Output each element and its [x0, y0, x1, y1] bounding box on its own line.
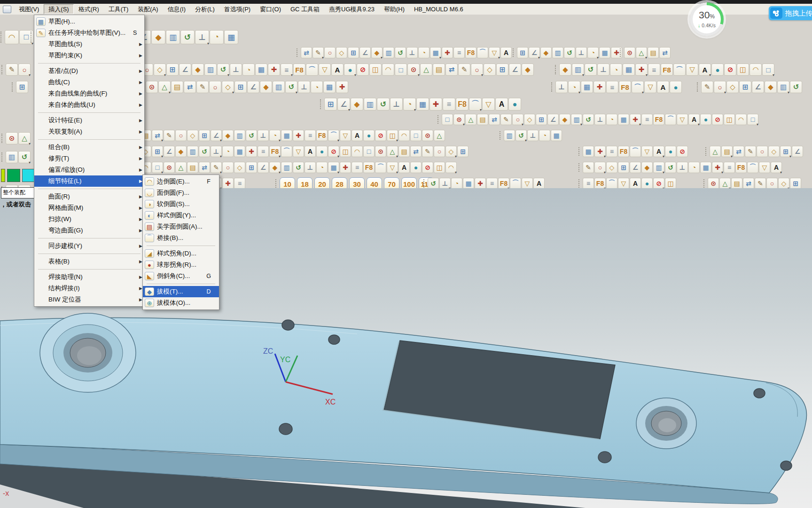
tool-icon[interactable]: ⇄ [184, 81, 196, 93]
tool-icon[interactable]: ⊞ [457, 146, 468, 157]
tool-icon[interactable]: ✚ [593, 81, 606, 93]
dropdown-caret-icon[interactable]: ▾ [639, 122, 641, 127]
menu-item[interactable]: 草图约束(K)▶ [34, 50, 144, 61]
tool-icon[interactable]: A [331, 64, 344, 76]
menubar-item[interactable]: 插入(S) [44, 4, 73, 14]
tool-icon[interactable]: ✎▾ [211, 162, 222, 173]
tool-icon[interactable]: ◆ [641, 162, 653, 173]
tool-icon[interactable]: ▤ [477, 114, 488, 125]
dropdown-caret-icon[interactable]: ▾ [232, 90, 234, 95]
tool-icon[interactable]: ◔ [610, 64, 622, 76]
tool-icon[interactable]: □▾ [762, 64, 774, 76]
tool-icon[interactable]: ∠▾ [529, 47, 540, 58]
dropdown-caret-icon[interactable]: ▾ [396, 170, 398, 175]
tool-icon[interactable]: □▾ [747, 114, 758, 125]
tool-icon[interactable]: ◆ [260, 81, 272, 93]
tool-icon[interactable]: ◆ [540, 47, 552, 58]
tool-icon[interactable]: ○ [175, 130, 187, 141]
tool-icon[interactable]: ✚▾ [630, 114, 641, 125]
menu-item[interactable]: 焊接助理(N)▶ [34, 271, 144, 283]
tool-icon[interactable]: ▥ [552, 47, 563, 58]
tool-icon[interactable]: ○ [209, 81, 221, 93]
tool-icon[interactable]: ⇄ [489, 114, 500, 125]
dropdown-caret-icon[interactable]: ▾ [414, 108, 416, 112]
tool-icon[interactable]: F8 [618, 146, 629, 157]
tool-icon[interactable]: ↺ [377, 98, 390, 111]
tool-icon[interactable]: ↺ [180, 30, 195, 44]
dropdown-caret-icon[interactable]: ▾ [721, 170, 723, 175]
tool-icon[interactable]: ○ [222, 162, 234, 173]
tool-icon[interactable]: ⌒ [630, 146, 641, 157]
tool-icon[interactable]: ⊞▾ [152, 146, 163, 157]
tool-icon[interactable]: ▤ [731, 178, 742, 189]
download-progress-widget[interactable]: 30% ↓ 0.4K/s [690, 2, 724, 36]
tool-icon[interactable]: ● [711, 64, 724, 76]
tool-icon[interactable]: ◫ [724, 114, 735, 125]
color-swatch[interactable] [7, 169, 20, 182]
menu-item[interactable]: 来自曲线集的曲线(F)▶ [34, 88, 144, 99]
tool-icon[interactable]: A [500, 47, 512, 58]
tool-icon[interactable]: ⊥ [390, 98, 403, 111]
tool-icon[interactable]: ◠ [5, 30, 19, 44]
tool-icon[interactable]: ✎ [755, 178, 766, 189]
tool-icon[interactable]: △ [175, 162, 187, 173]
tool-icon[interactable]: ◆ [559, 64, 571, 76]
tool-icon[interactable]: ● [508, 98, 521, 111]
tool-icon[interactable]: F8▾ [498, 178, 509, 189]
tool-icon[interactable]: ◔▾ [269, 130, 281, 141]
tool-icon[interactable]: ◔▾ [403, 98, 416, 111]
tool-icon[interactable]: ● [410, 162, 422, 173]
tool-icon[interactable]: ⊙ [624, 47, 635, 58]
tool-icon[interactable]: ⊥▾ [195, 30, 209, 44]
tool-icon[interactable]: ◔ [222, 146, 234, 157]
tool-icon[interactable]: ◆ [559, 114, 570, 125]
dropdown-caret-icon[interactable]: ▾ [291, 73, 293, 77]
tool-icon[interactable]: ≡ [486, 178, 498, 189]
dropdown-caret-icon[interactable]: ▾ [354, 73, 356, 77]
tool-icon[interactable]: A [533, 178, 545, 189]
tool-icon[interactable]: ▥ [273, 81, 285, 93]
menu-item[interactable]: ◠边倒圆(E)...F [143, 176, 219, 187]
tool-icon[interactable]: ↺▾ [217, 64, 229, 76]
tool-icon[interactable]: ⊥ [304, 162, 316, 173]
tool-icon[interactable]: ⇄ [199, 162, 210, 173]
menu-item[interactable]: ⌒桥接(B)... [143, 232, 219, 244]
tool-icon[interactable]: ◫ [737, 64, 749, 76]
tool-icon[interactable]: ∠ [547, 114, 559, 125]
tool-icon[interactable]: ⊥▾ [439, 178, 451, 189]
tool-icon[interactable]: ▽ [293, 146, 304, 157]
menu-item[interactable]: ◡面倒圆(F)... [143, 187, 219, 198]
dropdown-caret-icon[interactable]: ▾ [780, 170, 782, 175]
tool-icon[interactable]: ▽▾ [489, 47, 500, 58]
dropdown-caret-icon[interactable]: ▾ [538, 56, 540, 60]
dropdown-caret-icon[interactable]: ▾ [522, 122, 523, 127]
tool-icon[interactable]: ○▾ [471, 64, 483, 76]
tool-icon[interactable]: ◠ [351, 146, 363, 157]
tool-icon[interactable]: ◫ [665, 178, 676, 189]
menu-item[interactable]: 偏置/缩放(O)▶ [34, 164, 144, 175]
tool-icon[interactable]: ▽ [686, 64, 698, 76]
right-hole[interactable] [636, 398, 696, 449]
tool-icon[interactable]: ∠ [247, 81, 259, 93]
menubar-item[interactable]: 信息(I) [163, 4, 190, 14]
menu-item[interactable]: 结构焊接(I)▶ [34, 283, 144, 294]
dropdown-caret-icon[interactable]: ▾ [604, 170, 606, 175]
tool-icon[interactable]: ⊙ [375, 146, 386, 157]
menu-item[interactable]: ▤美学面倒圆(A)... [143, 221, 219, 232]
tool-icon[interactable]: ◇ [768, 146, 780, 157]
tool-icon[interactable]: ∠▾ [337, 98, 350, 111]
menu-item[interactable]: 曲面(R)▶ [34, 191, 144, 202]
tool-icon[interactable]: ◆ [175, 146, 187, 157]
dropdown-caret-icon[interactable]: ▾ [525, 138, 527, 143]
menubar-item[interactable]: 燕秀UG模具9.23 [324, 4, 379, 14]
tool-icon[interactable]: ↺ [564, 47, 575, 58]
tool-icon[interactable]: △ [434, 130, 445, 141]
menubar-item[interactable]: HB_MOULD M6.6 [409, 4, 468, 14]
dropdown-caret-icon[interactable]: ▾ [663, 170, 664, 175]
tool-icon[interactable]: ⊥ [555, 81, 568, 93]
tool-icon[interactable]: ◠ [382, 64, 394, 76]
menu-item[interactable]: 细节特征(L)▶ [34, 175, 144, 187]
tool-icon[interactable]: ⌒ [306, 64, 318, 76]
tool-icon[interactable]: ✚ [336, 81, 348, 93]
dropdown-caret-icon[interactable]: ▾ [580, 122, 582, 127]
